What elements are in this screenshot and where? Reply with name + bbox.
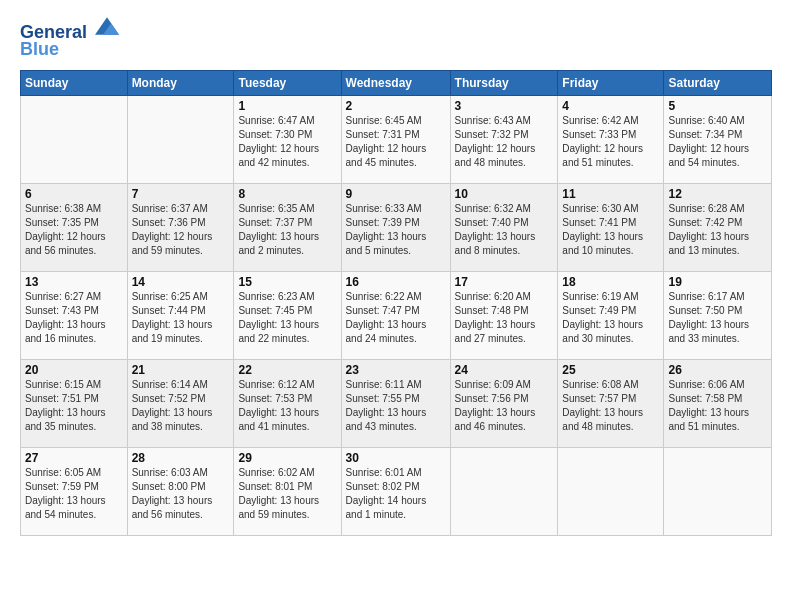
day-info: Sunrise: 6:42 AM Sunset: 7:33 PM Dayligh… bbox=[562, 114, 659, 170]
day-number: 1 bbox=[238, 99, 336, 113]
calendar-cell: 15Sunrise: 6:23 AM Sunset: 7:45 PM Dayli… bbox=[234, 271, 341, 359]
day-info: Sunrise: 6:37 AM Sunset: 7:36 PM Dayligh… bbox=[132, 202, 230, 258]
day-info: Sunrise: 6:20 AM Sunset: 7:48 PM Dayligh… bbox=[455, 290, 554, 346]
calendar-cell: 28Sunrise: 6:03 AM Sunset: 8:00 PM Dayli… bbox=[127, 447, 234, 535]
day-info: Sunrise: 6:43 AM Sunset: 7:32 PM Dayligh… bbox=[455, 114, 554, 170]
header: General Blue bbox=[20, 16, 772, 60]
calendar-cell: 19Sunrise: 6:17 AM Sunset: 7:50 PM Dayli… bbox=[664, 271, 772, 359]
day-number: 13 bbox=[25, 275, 123, 289]
day-info: Sunrise: 6:02 AM Sunset: 8:01 PM Dayligh… bbox=[238, 466, 336, 522]
calendar: SundayMondayTuesdayWednesdayThursdayFrid… bbox=[20, 70, 772, 536]
calendar-cell: 17Sunrise: 6:20 AM Sunset: 7:48 PM Dayli… bbox=[450, 271, 558, 359]
calendar-cell bbox=[21, 95, 128, 183]
day-info: Sunrise: 6:45 AM Sunset: 7:31 PM Dayligh… bbox=[346, 114, 446, 170]
calendar-cell: 27Sunrise: 6:05 AM Sunset: 7:59 PM Dayli… bbox=[21, 447, 128, 535]
day-info: Sunrise: 6:09 AM Sunset: 7:56 PM Dayligh… bbox=[455, 378, 554, 434]
day-info: Sunrise: 6:23 AM Sunset: 7:45 PM Dayligh… bbox=[238, 290, 336, 346]
day-number: 20 bbox=[25, 363, 123, 377]
day-info: Sunrise: 6:12 AM Sunset: 7:53 PM Dayligh… bbox=[238, 378, 336, 434]
day-number: 27 bbox=[25, 451, 123, 465]
weekday-row: SundayMondayTuesdayWednesdayThursdayFrid… bbox=[21, 70, 772, 95]
calendar-body: 1Sunrise: 6:47 AM Sunset: 7:30 PM Daylig… bbox=[21, 95, 772, 535]
day-number: 23 bbox=[346, 363, 446, 377]
calendar-cell: 18Sunrise: 6:19 AM Sunset: 7:49 PM Dayli… bbox=[558, 271, 664, 359]
calendar-cell: 2Sunrise: 6:45 AM Sunset: 7:31 PM Daylig… bbox=[341, 95, 450, 183]
day-number: 7 bbox=[132, 187, 230, 201]
calendar-cell: 21Sunrise: 6:14 AM Sunset: 7:52 PM Dayli… bbox=[127, 359, 234, 447]
day-number: 19 bbox=[668, 275, 767, 289]
calendar-cell: 22Sunrise: 6:12 AM Sunset: 7:53 PM Dayli… bbox=[234, 359, 341, 447]
calendar-week-row: 1Sunrise: 6:47 AM Sunset: 7:30 PM Daylig… bbox=[21, 95, 772, 183]
day-number: 21 bbox=[132, 363, 230, 377]
day-number: 30 bbox=[346, 451, 446, 465]
calendar-cell: 11Sunrise: 6:30 AM Sunset: 7:41 PM Dayli… bbox=[558, 183, 664, 271]
page: General Blue SundayMondayTuesdayWednesda… bbox=[0, 0, 792, 612]
day-info: Sunrise: 6:35 AM Sunset: 7:37 PM Dayligh… bbox=[238, 202, 336, 258]
day-number: 25 bbox=[562, 363, 659, 377]
calendar-week-row: 27Sunrise: 6:05 AM Sunset: 7:59 PM Dayli… bbox=[21, 447, 772, 535]
day-info: Sunrise: 6:47 AM Sunset: 7:30 PM Dayligh… bbox=[238, 114, 336, 170]
day-info: Sunrise: 6:25 AM Sunset: 7:44 PM Dayligh… bbox=[132, 290, 230, 346]
day-info: Sunrise: 6:11 AM Sunset: 7:55 PM Dayligh… bbox=[346, 378, 446, 434]
weekday-header: Friday bbox=[558, 70, 664, 95]
calendar-cell: 9Sunrise: 6:33 AM Sunset: 7:39 PM Daylig… bbox=[341, 183, 450, 271]
calendar-cell: 8Sunrise: 6:35 AM Sunset: 7:37 PM Daylig… bbox=[234, 183, 341, 271]
day-number: 5 bbox=[668, 99, 767, 113]
day-info: Sunrise: 6:38 AM Sunset: 7:35 PM Dayligh… bbox=[25, 202, 123, 258]
calendar-cell: 10Sunrise: 6:32 AM Sunset: 7:40 PM Dayli… bbox=[450, 183, 558, 271]
day-number: 9 bbox=[346, 187, 446, 201]
day-number: 3 bbox=[455, 99, 554, 113]
calendar-week-row: 13Sunrise: 6:27 AM Sunset: 7:43 PM Dayli… bbox=[21, 271, 772, 359]
day-number: 8 bbox=[238, 187, 336, 201]
day-info: Sunrise: 6:40 AM Sunset: 7:34 PM Dayligh… bbox=[668, 114, 767, 170]
day-info: Sunrise: 6:28 AM Sunset: 7:42 PM Dayligh… bbox=[668, 202, 767, 258]
calendar-cell: 30Sunrise: 6:01 AM Sunset: 8:02 PM Dayli… bbox=[341, 447, 450, 535]
calendar-cell: 14Sunrise: 6:25 AM Sunset: 7:44 PM Dayli… bbox=[127, 271, 234, 359]
day-info: Sunrise: 6:05 AM Sunset: 7:59 PM Dayligh… bbox=[25, 466, 123, 522]
day-info: Sunrise: 6:08 AM Sunset: 7:57 PM Dayligh… bbox=[562, 378, 659, 434]
weekday-header: Monday bbox=[127, 70, 234, 95]
calendar-cell: 12Sunrise: 6:28 AM Sunset: 7:42 PM Dayli… bbox=[664, 183, 772, 271]
day-info: Sunrise: 6:15 AM Sunset: 7:51 PM Dayligh… bbox=[25, 378, 123, 434]
day-number: 16 bbox=[346, 275, 446, 289]
weekday-header: Wednesday bbox=[341, 70, 450, 95]
calendar-cell: 24Sunrise: 6:09 AM Sunset: 7:56 PM Dayli… bbox=[450, 359, 558, 447]
day-number: 17 bbox=[455, 275, 554, 289]
calendar-cell: 16Sunrise: 6:22 AM Sunset: 7:47 PM Dayli… bbox=[341, 271, 450, 359]
day-info: Sunrise: 6:32 AM Sunset: 7:40 PM Dayligh… bbox=[455, 202, 554, 258]
weekday-header: Thursday bbox=[450, 70, 558, 95]
day-number: 6 bbox=[25, 187, 123, 201]
day-number: 29 bbox=[238, 451, 336, 465]
day-info: Sunrise: 6:03 AM Sunset: 8:00 PM Dayligh… bbox=[132, 466, 230, 522]
day-number: 24 bbox=[455, 363, 554, 377]
calendar-week-row: 6Sunrise: 6:38 AM Sunset: 7:35 PM Daylig… bbox=[21, 183, 772, 271]
calendar-cell: 7Sunrise: 6:37 AM Sunset: 7:36 PM Daylig… bbox=[127, 183, 234, 271]
calendar-cell bbox=[127, 95, 234, 183]
day-number: 12 bbox=[668, 187, 767, 201]
day-number: 22 bbox=[238, 363, 336, 377]
weekday-header: Tuesday bbox=[234, 70, 341, 95]
day-number: 15 bbox=[238, 275, 336, 289]
day-info: Sunrise: 6:30 AM Sunset: 7:41 PM Dayligh… bbox=[562, 202, 659, 258]
calendar-cell: 6Sunrise: 6:38 AM Sunset: 7:35 PM Daylig… bbox=[21, 183, 128, 271]
calendar-cell: 1Sunrise: 6:47 AM Sunset: 7:30 PM Daylig… bbox=[234, 95, 341, 183]
weekday-header: Saturday bbox=[664, 70, 772, 95]
calendar-week-row: 20Sunrise: 6:15 AM Sunset: 7:51 PM Dayli… bbox=[21, 359, 772, 447]
logo-icon bbox=[95, 16, 119, 36]
day-number: 10 bbox=[455, 187, 554, 201]
weekday-header: Sunday bbox=[21, 70, 128, 95]
calendar-cell bbox=[450, 447, 558, 535]
day-info: Sunrise: 6:01 AM Sunset: 8:02 PM Dayligh… bbox=[346, 466, 446, 522]
calendar-cell bbox=[558, 447, 664, 535]
day-info: Sunrise: 6:33 AM Sunset: 7:39 PM Dayligh… bbox=[346, 202, 446, 258]
day-info: Sunrise: 6:19 AM Sunset: 7:49 PM Dayligh… bbox=[562, 290, 659, 346]
calendar-cell: 13Sunrise: 6:27 AM Sunset: 7:43 PM Dayli… bbox=[21, 271, 128, 359]
day-number: 14 bbox=[132, 275, 230, 289]
day-info: Sunrise: 6:22 AM Sunset: 7:47 PM Dayligh… bbox=[346, 290, 446, 346]
day-info: Sunrise: 6:14 AM Sunset: 7:52 PM Dayligh… bbox=[132, 378, 230, 434]
day-number: 11 bbox=[562, 187, 659, 201]
day-info: Sunrise: 6:17 AM Sunset: 7:50 PM Dayligh… bbox=[668, 290, 767, 346]
calendar-cell: 26Sunrise: 6:06 AM Sunset: 7:58 PM Dayli… bbox=[664, 359, 772, 447]
day-number: 18 bbox=[562, 275, 659, 289]
calendar-cell: 25Sunrise: 6:08 AM Sunset: 7:57 PM Dayli… bbox=[558, 359, 664, 447]
